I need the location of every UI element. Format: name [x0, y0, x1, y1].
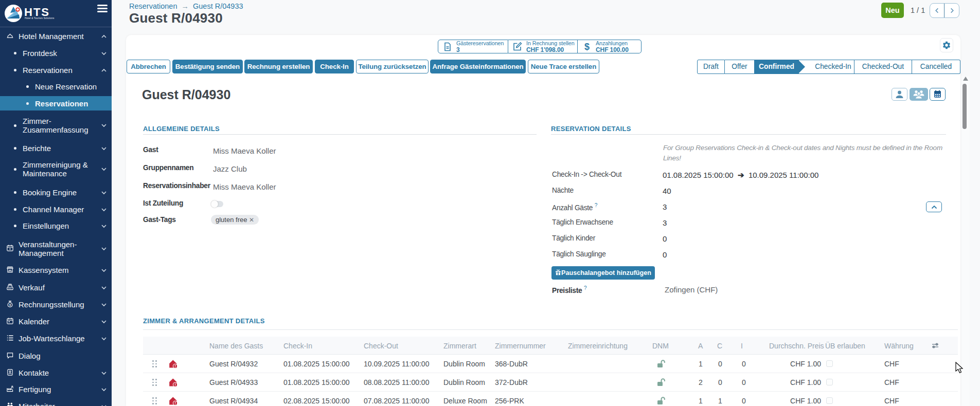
svg-text:$: $ — [584, 42, 590, 52]
svg-text:$: $ — [9, 303, 11, 306]
